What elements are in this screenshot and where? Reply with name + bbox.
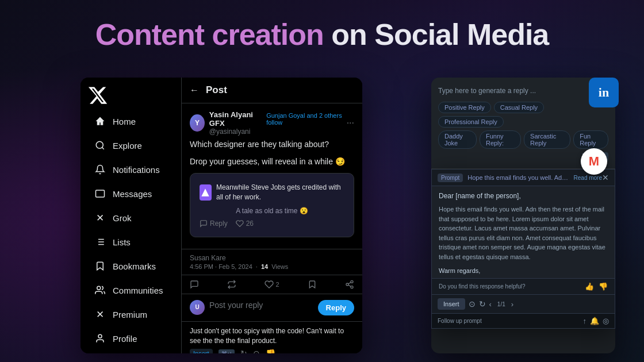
bookmark-icon[interactable] bbox=[308, 280, 317, 289]
notifications-icon bbox=[94, 164, 106, 175]
refresh-action-icon[interactable]: ↻ bbox=[479, 299, 486, 309]
back-arrow-icon[interactable]: ← bbox=[190, 85, 199, 95]
premium-icon: ✕ bbox=[94, 309, 106, 320]
reply-text-area: Post your reply bbox=[209, 300, 313, 310]
tweet-date: 4:56 PM · Feb 5, 2024 bbox=[190, 263, 252, 270]
grok-icon: ✕ bbox=[94, 212, 106, 224]
copy-action-icon[interactable]: ⊙ bbox=[469, 299, 476, 309]
gmail-ai-panel: Prompt Hope this email finds you well. A… bbox=[431, 169, 615, 329]
chip-funny[interactable]: Funny Reply: bbox=[480, 130, 521, 149]
sidebar-item-home[interactable]: Home bbox=[84, 110, 178, 133]
thumbs-down-icon[interactable]: 👎 bbox=[599, 282, 608, 291]
gmail-feedback: Do you find this response helpful? 👍 👎 bbox=[432, 278, 615, 294]
svg-point-10 bbox=[351, 280, 353, 283]
reply-draft-text: Just don't get too spicy with the code! … bbox=[190, 326, 354, 346]
sidebar-item-lists[interactable]: Lists bbox=[84, 230, 178, 253]
gmail-actions: Insert ⊙ ↻ ‹ 1/1 › bbox=[432, 294, 615, 313]
comment-icon[interactable] bbox=[190, 280, 199, 289]
chip-casual[interactable]: Casual Reply bbox=[494, 102, 544, 113]
dislike-icon[interactable]: 👎 bbox=[266, 349, 275, 353]
sidebar-label-explore: Explore bbox=[113, 141, 142, 151]
reply-toolbar: Insert ⌘↵ ↻ ⊙ 👎 bbox=[190, 349, 354, 353]
sidebar-label-communities: Communities bbox=[113, 286, 163, 295]
chip-sarcastic[interactable]: Sarcastic Reply bbox=[524, 130, 570, 149]
gmail-prompt-text: Hope this email finds you well. Adn th..… bbox=[467, 174, 569, 181]
reply-submit-button[interactable]: Reply bbox=[318, 300, 354, 315]
mic-icon[interactable]: 🔔 bbox=[590, 317, 599, 325]
sidebar-item-notifications[interactable]: Notifications bbox=[84, 158, 178, 181]
like-count: 26 bbox=[246, 219, 254, 228]
insert-button[interactable]: Insert bbox=[438, 298, 465, 310]
reply-avatar: U bbox=[190, 300, 205, 315]
reply-action[interactable]: Reply bbox=[200, 219, 228, 228]
sidebar-item-premium[interactable]: ✕ Premium bbox=[84, 303, 178, 326]
susan-name: Susan Kare bbox=[190, 254, 226, 262]
regenerate-icon[interactable]: ↻ bbox=[240, 349, 247, 353]
home-icon bbox=[94, 115, 106, 127]
followup-prompt-text: Follow up prompt bbox=[438, 318, 580, 324]
nav-prev-icon[interactable]: ‹ bbox=[489, 300, 492, 309]
sidebar-item-messages[interactable]: Messages bbox=[84, 182, 178, 205]
svg-point-8 bbox=[98, 334, 102, 338]
sidebar-label-profile: Profile bbox=[113, 334, 137, 344]
sidebar-label-premium: Premium bbox=[113, 310, 147, 319]
svg-point-11 bbox=[346, 283, 348, 286]
thumbs-up-icon[interactable]: 👍 bbox=[585, 282, 594, 291]
user-display-name: Yasin Alyani GFX bbox=[209, 110, 262, 128]
sidebar-item-grok[interactable]: ✕ Grok bbox=[84, 206, 178, 229]
x-platform-logo bbox=[83, 80, 113, 110]
like-action[interactable]: 26 bbox=[236, 219, 254, 228]
tweet-stats: Susan Kare bbox=[190, 254, 354, 262]
keyboard-shortcut: ⌘↵ bbox=[218, 349, 235, 353]
read-more-link[interactable]: Read more bbox=[574, 175, 602, 181]
communities-icon bbox=[94, 284, 106, 296]
reply-label: Reply bbox=[210, 219, 228, 228]
tweet-content: Y Yasin Alyani GFX Gunjan Goyal and 2 ot… bbox=[182, 103, 362, 249]
sidebar-item-profile[interactable]: Profile bbox=[84, 327, 178, 350]
bookmarks-icon bbox=[94, 260, 106, 272]
profile-icon bbox=[94, 333, 106, 344]
sidebar-item-bookmarks[interactable]: Bookmarks bbox=[84, 255, 178, 278]
insert-tag[interactable]: Insert bbox=[190, 349, 213, 353]
twitter-sidebar: Home Explore Notifications Messages ✕ Gr… bbox=[80, 78, 181, 353]
sidebar-label-notifications: Notifications bbox=[113, 165, 160, 175]
sidebar-item-explore[interactable]: Explore bbox=[84, 134, 178, 157]
copy-icon[interactable]: ⊙ bbox=[253, 349, 260, 353]
gmail-body: Dear [name of the person], Hope this ema… bbox=[432, 186, 615, 278]
chip-positive[interactable]: Positive Reply bbox=[438, 102, 491, 113]
send-icon[interactable]: ↑ bbox=[583, 317, 587, 325]
gmail-signature: Warm regards, Mehul [Contact] bbox=[439, 266, 608, 278]
reply-placeholder: Post your reply bbox=[209, 301, 263, 310]
share-icon[interactable] bbox=[345, 280, 354, 289]
retweet-icon[interactable] bbox=[227, 280, 236, 289]
reply-chips-row1: Positive Reply Casual Reply Professional… bbox=[438, 102, 608, 128]
sidebar-item-more[interactable]: ⋯ More bbox=[84, 351, 178, 353]
target-icon[interactable]: ◎ bbox=[603, 317, 609, 325]
chip-fun[interactable]: Fun Reply bbox=[573, 130, 608, 149]
explore-icon bbox=[94, 140, 106, 151]
gmail-logo: M bbox=[581, 148, 607, 175]
sidebar-label-bookmarks: Bookmarks bbox=[113, 261, 156, 271]
gmail-salutation: Dear [name of the person], bbox=[439, 192, 608, 200]
linkedin-panel: Type here to generate a reply ... Positi… bbox=[431, 78, 615, 353]
sidebar-item-communities[interactable]: Communities bbox=[84, 279, 178, 302]
lists-icon bbox=[94, 236, 106, 248]
more-options-icon[interactable]: ··· bbox=[347, 118, 354, 128]
heart-icon[interactable]: 2 bbox=[264, 280, 279, 289]
nav-next-icon[interactable]: › bbox=[511, 300, 513, 309]
tweet-user-row: Y Yasin Alyani GFX Gunjan Goyal and 2 ot… bbox=[190, 110, 354, 136]
sidebar-label-messages: Messages bbox=[113, 189, 152, 199]
close-icon[interactable]: ✕ bbox=[602, 173, 609, 182]
gmail-paragraph: Hope this email finds you well. Adn then… bbox=[439, 205, 608, 261]
user-handle: @yasinalyani bbox=[209, 128, 347, 136]
sidebar-label-grok: Grok bbox=[113, 213, 132, 223]
linkedin-reply-input[interactable]: Type here to generate a reply ... bbox=[438, 84, 608, 97]
title-part2: on Social Media bbox=[331, 18, 549, 51]
tweet-subtitle: Drop your guesses, will reveal in a whil… bbox=[190, 156, 354, 168]
heart-count: 2 bbox=[275, 281, 279, 288]
chip-professional[interactable]: Professional Reply bbox=[438, 116, 504, 128]
card-main-text: Meanwhile Steve Jobs gets credited with … bbox=[216, 183, 344, 202]
reply-input-section: Just don't get too spicy with the code! … bbox=[182, 322, 362, 353]
chip-daddy-joke[interactable]: Daddy Joke bbox=[438, 130, 477, 149]
page-indicator: 1/1 bbox=[497, 301, 505, 307]
